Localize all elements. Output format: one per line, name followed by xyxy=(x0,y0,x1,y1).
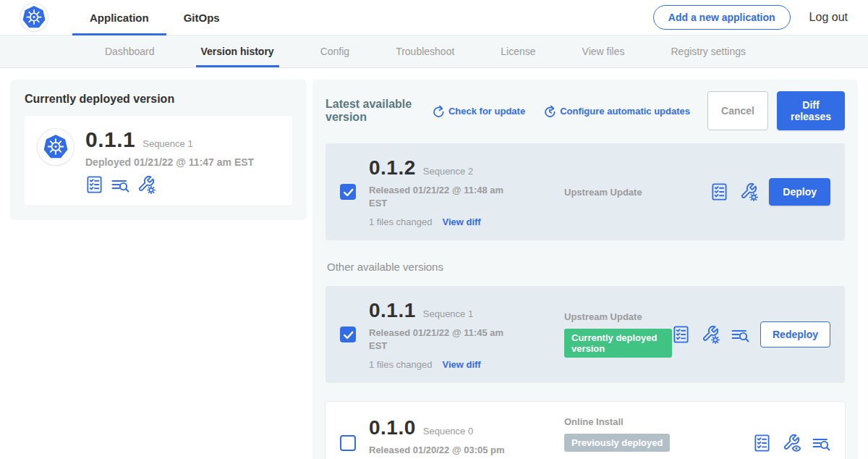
deployed-version-card: 0.1.1 Sequence 1 Deployed 01/21/22 @ 11:… xyxy=(25,116,292,206)
version-checkbox[interactable] xyxy=(340,184,356,200)
version-sequence: Sequence 0 xyxy=(423,426,473,437)
previously-deployed-badge: Previously deployed xyxy=(564,434,670,452)
latest-available-title: Latest available version xyxy=(326,98,421,124)
view-diff-link[interactable]: View diff xyxy=(442,216,480,227)
version-source: Online Install xyxy=(564,416,753,427)
deploy-logs-icon[interactable] xyxy=(812,434,830,452)
preflight-checklist-icon[interactable] xyxy=(710,182,728,201)
other-available-versions-title: Other available versions xyxy=(327,261,845,273)
deploy-button[interactable]: Deploy xyxy=(769,178,830,206)
version-source: Upstream Update xyxy=(564,187,710,198)
app-subnav: Dashboard Version history Config Trouble… xyxy=(0,35,868,68)
version-number: 0.1.2 xyxy=(369,156,416,180)
main-content: Currently deployed version 0.1.1 Sequenc… xyxy=(0,68,868,459)
version-number: 0.1.1 xyxy=(369,299,416,322)
currently-deployed-title: Currently deployed version xyxy=(25,93,292,106)
preflight-checklist-icon[interactable] xyxy=(672,325,690,344)
files-changed-count: 1 files changed xyxy=(369,359,432,370)
configure-automatic-updates-link[interactable]: Configure automatic updates xyxy=(542,104,690,117)
tab-registry-settings[interactable]: Registry settings xyxy=(665,35,750,67)
version-row-0-1-0: 0.1.0 Sequence 0 Released 01/20/22 @ 03:… xyxy=(326,402,845,459)
tab-license[interactable]: License xyxy=(495,35,540,67)
tab-config[interactable]: Config xyxy=(315,35,354,67)
deployed-timestamp: Deployed 01/21/22 @ 11:47 am EST xyxy=(85,156,254,168)
view-config-wrench-eye-icon[interactable] xyxy=(782,434,801,452)
config-wrench-gear-icon[interactable] xyxy=(701,325,720,344)
tab-dashboard[interactable]: Dashboard xyxy=(100,35,160,67)
version-number: 0.1.0 xyxy=(369,416,416,439)
version-checkbox[interactable] xyxy=(340,327,356,342)
clock-refresh-icon xyxy=(542,104,556,117)
version-row-0-1-1: 0.1.1 Sequence 1 Released 01/21/22 @ 11:… xyxy=(326,286,845,383)
preflight-checklist-icon[interactable] xyxy=(753,434,771,452)
currently-deployed-badge: Currently deployed version xyxy=(564,329,672,358)
currently-deployed-panel: Currently deployed version 0.1.1 Sequenc… xyxy=(10,80,307,220)
kubernetes-logo-icon xyxy=(20,4,48,31)
config-wrench-gear-icon[interactable] xyxy=(739,182,758,201)
deploy-logs-icon[interactable] xyxy=(731,326,749,343)
preflight-checklist-icon[interactable] xyxy=(85,175,103,194)
tab-troubleshoot[interactable]: Troubleshoot xyxy=(391,35,459,67)
view-diff-link[interactable]: View diff xyxy=(442,359,480,370)
diff-releases-button[interactable]: Diff releases xyxy=(777,91,845,130)
version-source: Upstream Update xyxy=(564,311,672,322)
version-row-0-1-2: 0.1.2 Sequence 2 Released 01/21/22 @ 11:… xyxy=(326,143,845,240)
topnav-tab-gitops[interactable]: GitOps xyxy=(166,0,237,35)
released-timestamp: Released 01/20/22 @ 03:05 pm EST xyxy=(369,444,510,459)
released-timestamp: Released 01/21/22 @ 11:45 am EST xyxy=(369,327,510,352)
check-for-update-link[interactable]: Check for update xyxy=(431,104,525,117)
deployed-sequence: Sequence 1 xyxy=(142,138,192,149)
refresh-circle-icon xyxy=(431,104,444,117)
deployed-version-number: 0.1.1 xyxy=(85,127,135,152)
kubernetes-app-icon xyxy=(38,129,74,165)
released-timestamp: Released 01/21/22 @ 11:48 am EST xyxy=(369,184,510,209)
deploy-logs-icon[interactable] xyxy=(111,176,129,193)
tab-view-files[interactable]: View files xyxy=(577,35,630,67)
files-changed-count: 1 files changed xyxy=(369,216,432,227)
version-sequence: Sequence 2 xyxy=(423,166,473,177)
logout-link[interactable]: Log out xyxy=(809,11,848,24)
available-versions-panel: Latest available version Check for updat… xyxy=(312,80,858,459)
redeploy-button[interactable]: Redeploy xyxy=(760,321,830,348)
add-new-application-button[interactable]: Add a new application xyxy=(653,5,791,30)
topnav-tab-application[interactable]: Application xyxy=(72,0,166,35)
version-sequence: Sequence 1 xyxy=(423,308,473,319)
top-nav: Application GitOps Add a new application… xyxy=(0,0,868,35)
app-logo xyxy=(20,0,48,35)
config-wrench-gear-icon[interactable] xyxy=(137,175,156,194)
tab-version-history[interactable]: Version history xyxy=(196,35,279,67)
version-checkbox[interactable] xyxy=(340,435,356,451)
cancel-button[interactable]: Cancel xyxy=(707,91,768,130)
